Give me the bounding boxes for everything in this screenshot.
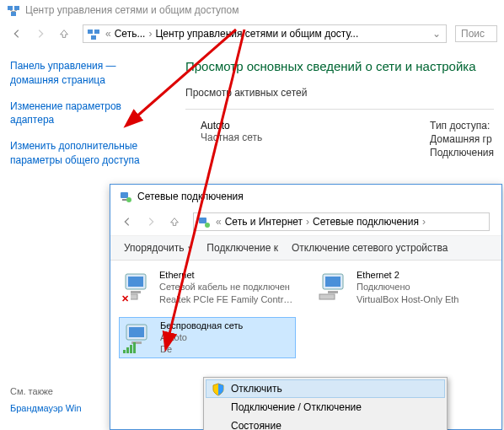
- network-connections-icon: [197, 215, 211, 228]
- forward-button[interactable]: [30, 24, 51, 44]
- svg-rect-9: [122, 199, 126, 201]
- chevron-right-icon: «: [216, 216, 222, 228]
- address-bar[interactable]: « Сеть... › Центр управления сетями и об…: [83, 24, 447, 43]
- chevron-right-icon: «: [105, 28, 111, 40]
- connect-to-button[interactable]: Подключение к: [200, 239, 285, 256]
- adapter-status: Сетевой кабель не подключен: [159, 281, 294, 293]
- svg-rect-22: [129, 327, 144, 337]
- adapter-status: Autoto: [160, 331, 243, 343]
- disable-device-button[interactable]: Отключение сетевого устройства: [285, 239, 454, 256]
- svg-rect-5: [88, 30, 93, 34]
- chevron-right-icon: ›: [148, 28, 152, 40]
- network-connections-window: Сетевые подключения « Сеть и Интернет › …: [110, 184, 502, 430]
- shield-icon: [212, 383, 225, 396]
- network-name: Autoto: [201, 120, 430, 132]
- breadcrumb[interactable]: Центр управления сетями и общим досту...: [155, 28, 358, 40]
- up-button[interactable]: [54, 24, 74, 44]
- adapter-item-ethernet2[interactable]: Ethernet 2 Подключено VirtualBox Host-On…: [316, 267, 493, 307]
- window-titlebar: Центр управления сетями и общим доступом: [0, 0, 504, 20]
- section-label: Просмотр активных сетей: [185, 87, 494, 99]
- ctx-status[interactable]: Состояние: [206, 417, 445, 430]
- adapters-view: Ethernet Сетевой кабель не подключен Rea…: [110, 261, 501, 365]
- ctx-toggle-connection[interactable]: Подключение / Отключение: [206, 398, 445, 417]
- adapter-status: Подключено: [357, 281, 458, 293]
- network-connections-icon: [119, 190, 132, 203]
- address-bar[interactable]: « Сеть и Интернет › Сетевые подключения …: [193, 212, 490, 231]
- breadcrumb[interactable]: Сеть и Интернет: [225, 216, 303, 228]
- ctx-disable[interactable]: Отключить: [206, 379, 445, 398]
- nav-bar: « Сеть и Интернет › Сетевые подключения …: [110, 208, 501, 236]
- page-heading: Просмотр основных сведений о сети и наст…: [185, 59, 494, 73]
- access-type-label: Тип доступа:: [430, 120, 494, 132]
- up-button[interactable]: [164, 212, 185, 232]
- svg-line-3: [10, 10, 13, 12]
- svg-rect-14: [128, 277, 143, 287]
- see-also-label: См. также: [10, 386, 82, 396]
- adapter-device: Realtek PCIe FE Family Controller: [159, 293, 294, 305]
- svg-rect-7: [91, 35, 96, 40]
- svg-rect-0: [8, 6, 13, 10]
- chevron-right-icon: ›: [306, 216, 309, 228]
- svg-rect-20: [319, 294, 335, 299]
- adapter-icon: [318, 269, 351, 303]
- network-type: Частная сеть: [201, 132, 430, 143]
- toolbar: Упорядочить▼ Подключение к Отключение се…: [110, 236, 501, 261]
- organize-button[interactable]: Упорядочить▼: [117, 239, 200, 256]
- adapter-device: De: [160, 343, 243, 355]
- sidebar-footer: См. также Брандмауэр Win: [10, 386, 82, 413]
- disconnected-icon: [119, 293, 131, 304]
- adapter-name: Ethernet 2: [357, 269, 458, 281]
- svg-rect-19: [328, 291, 338, 293]
- search-input[interactable]: Поис: [455, 25, 497, 42]
- sidebar-home-link[interactable]: Панель управления — домашняя страница: [10, 59, 158, 88]
- adapter-icon: [121, 269, 154, 303]
- window-title: Центр управления сетями и общим доступом: [25, 4, 239, 16]
- network-center-window: Центр управления сетями и общим доступом…: [0, 0, 504, 191]
- nav-bar: « Сеть... › Центр управления сетями и об…: [0, 20, 504, 47]
- adapter-item-ethernet[interactable]: Ethernet Сетевой кабель не подключен Rea…: [119, 267, 296, 307]
- svg-rect-8: [121, 192, 128, 198]
- window-titlebar: Сетевые подключения: [110, 185, 501, 208]
- svg-rect-11: [199, 218, 206, 223]
- breadcrumb[interactable]: Сеть...: [115, 28, 146, 40]
- chevron-right-icon: ›: [422, 216, 426, 228]
- firewall-link[interactable]: Брандмауэр Win: [10, 403, 82, 413]
- svg-rect-18: [325, 277, 340, 287]
- sidebar: Панель управления — домашняя страница Из…: [0, 47, 169, 191]
- context-menu: Отключить Подключение / Отключение Состо…: [203, 377, 448, 430]
- divider: [185, 109, 494, 110]
- adapter-item-wifi[interactable]: Беспроводная сеть Autoto De: [119, 317, 296, 358]
- svg-rect-1: [14, 6, 19, 10]
- adapter-name: Беспроводная сеть: [160, 320, 243, 331]
- network-center-icon: [87, 27, 100, 40]
- svg-line-4: [13, 10, 17, 12]
- svg-point-12: [205, 223, 210, 228]
- svg-rect-15: [131, 291, 141, 293]
- sidebar-sharing-link[interactable]: Изменить дополнительные параметры общего…: [10, 139, 158, 168]
- chevron-down-icon[interactable]: ⌄: [432, 28, 441, 40]
- svg-point-10: [126, 197, 131, 202]
- content-area: Просмотр основных сведений о сети и наст…: [169, 47, 504, 191]
- breadcrumb[interactable]: Сетевые подключения: [313, 216, 419, 228]
- svg-rect-2: [11, 12, 16, 16]
- back-button[interactable]: [117, 212, 137, 232]
- back-button[interactable]: [7, 24, 27, 44]
- network-center-icon: [7, 3, 20, 17]
- sidebar-adapters-link[interactable]: Изменение параметров адаптера: [10, 99, 158, 128]
- adapter-name: Ethernet: [159, 269, 294, 281]
- homegroup-label: Домашняя гр: [430, 133, 494, 145]
- signal-bars-icon: [123, 342, 136, 353]
- connections-label: Подключения: [430, 147, 494, 159]
- adapter-icon: [121, 320, 155, 353]
- adapter-device: VirtualBox Host-Only Eth: [357, 293, 458, 305]
- window-title: Сетевые подключения: [137, 191, 244, 202]
- svg-rect-6: [94, 30, 99, 34]
- forward-button[interactable]: [141, 212, 161, 232]
